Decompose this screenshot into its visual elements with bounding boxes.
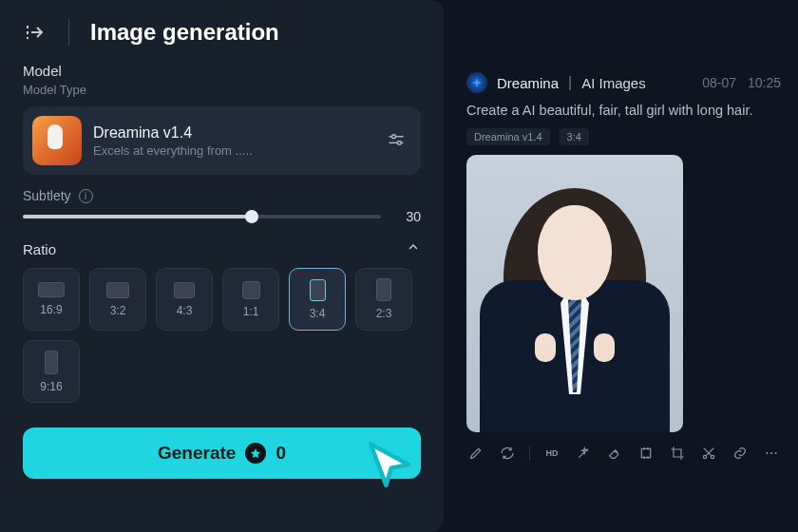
slider-thumb[interactable] <box>245 210 258 223</box>
result-header: Dreamina | AI Images 08-07 10:25 <box>466 72 781 93</box>
more-icon[interactable] <box>762 444 781 463</box>
hd-icon[interactable]: HD <box>542 444 561 463</box>
regenerate-icon[interactable] <box>498 444 517 463</box>
subtlety-label: Subtlety <box>23 188 71 203</box>
model-thumbnail <box>32 116 82 165</box>
ratio-label: 9:16 <box>40 380 62 393</box>
svg-point-9 <box>770 452 772 454</box>
model-description: Excels at everything from ..... <box>93 143 375 158</box>
generate-cost: 0 <box>276 443 286 464</box>
ratio-shape <box>174 282 195 298</box>
timestamp: 08-07 10:25 <box>702 75 781 90</box>
svg-point-6 <box>703 455 706 458</box>
right-panel: Dreamina | AI Images 08-07 10:25 Create … <box>444 0 798 532</box>
model-info: Dreamina v1.4 Excels at everything from … <box>93 124 375 158</box>
model-name: Dreamina v1.4 <box>93 124 375 142</box>
svg-point-10 <box>775 452 777 454</box>
ratio-label: 2:3 <box>376 307 392 320</box>
model-section: Model Model Type Dreamina v1.4 Excels at… <box>0 63 444 175</box>
crop-icon[interactable] <box>668 444 687 463</box>
ratio-label: 3:4 <box>310 307 326 320</box>
ratio-grid: 16:93:24:31:13:42:39:16 <box>0 268 444 403</box>
token-icon <box>245 443 266 464</box>
result-toolbar: HD <box>466 444 781 463</box>
svg-point-4 <box>397 141 401 144</box>
settings-sliders-icon[interactable] <box>387 130 408 151</box>
ratio-option-1-1[interactable]: 1:1 <box>222 268 279 331</box>
link-icon[interactable] <box>731 444 750 463</box>
ratio-option-9-16[interactable]: 9:16 <box>23 340 80 403</box>
model-type-label: Model Type <box>23 83 421 97</box>
ratio-label: 3:2 <box>110 304 126 317</box>
subtlety-slider[interactable] <box>23 215 381 218</box>
svg-point-2 <box>392 135 396 139</box>
svg-rect-5 <box>641 448 650 457</box>
result-time: 10:25 <box>748 75 781 90</box>
subtlety-value: 30 <box>396 209 421 224</box>
ratio-label: 1:1 <box>243 305 259 318</box>
ratio-shape <box>45 351 58 374</box>
info-icon[interactable]: i <box>79 189 93 203</box>
svg-point-8 <box>766 452 768 454</box>
model-label: Model <box>23 63 421 79</box>
expand-icon[interactable] <box>636 444 656 463</box>
ratio-option-3-2[interactable]: 3:2 <box>89 268 146 331</box>
toolbar-separator <box>529 446 530 460</box>
subtlety-slider-row: 30 <box>0 203 444 224</box>
ratio-label: Ratio <box>23 241 56 257</box>
subtlety-row: Subtlety i <box>0 188 444 203</box>
cursor-icon <box>362 437 417 492</box>
ratio-shape <box>106 282 129 298</box>
app-icon <box>466 72 487 93</box>
collapse-icon[interactable] <box>23 20 48 45</box>
cut-icon[interactable] <box>699 444 718 463</box>
slider-fill <box>23 215 252 218</box>
ratio-label: 4:3 <box>177 304 193 317</box>
prompt-text: Create a AI beautiful, fair, tall girl w… <box>466 101 781 121</box>
ratio-shape <box>310 279 326 301</box>
erase-icon[interactable] <box>605 444 624 463</box>
result-date: 08-07 <box>702 75 736 90</box>
ratio-option-3-4[interactable]: 3:4 <box>289 268 346 331</box>
result-tag: 3:4 <box>560 128 589 145</box>
svg-point-7 <box>711 455 713 458</box>
magic-icon[interactable] <box>574 444 593 463</box>
model-selector[interactable]: Dreamina v1.4 Excels at everything from … <box>23 106 421 175</box>
ratio-shape <box>242 281 260 299</box>
result-tag: Dreamina v1.4 <box>466 128 550 145</box>
edit-icon[interactable] <box>466 444 485 463</box>
generate-wrap: Generate 0 <box>23 428 421 479</box>
app-section: AI Images <box>581 75 646 91</box>
ratio-option-4-3[interactable]: 4:3 <box>156 268 213 331</box>
ratio-shape <box>376 278 391 301</box>
header-divider <box>68 19 69 46</box>
result-image[interactable] <box>466 155 683 432</box>
left-panel: Image generation Model Model Type Dreami… <box>0 0 444 532</box>
result-tags: Dreamina v1.43:4 <box>466 128 781 145</box>
chevron-up-icon[interactable] <box>406 239 421 258</box>
ratio-option-2-3[interactable]: 2:3 <box>355 268 412 331</box>
generate-label: Generate <box>158 443 236 464</box>
app-name: Dreamina <box>497 75 559 91</box>
page-title: Image generation <box>90 19 279 46</box>
ratio-header[interactable]: Ratio <box>0 224 444 268</box>
header: Image generation <box>0 0 444 63</box>
app-separator: | <box>568 74 572 91</box>
ratio-option-16-9[interactable]: 16:9 <box>23 268 80 331</box>
ratio-label: 16:9 <box>40 303 62 316</box>
ratio-shape <box>38 282 65 297</box>
